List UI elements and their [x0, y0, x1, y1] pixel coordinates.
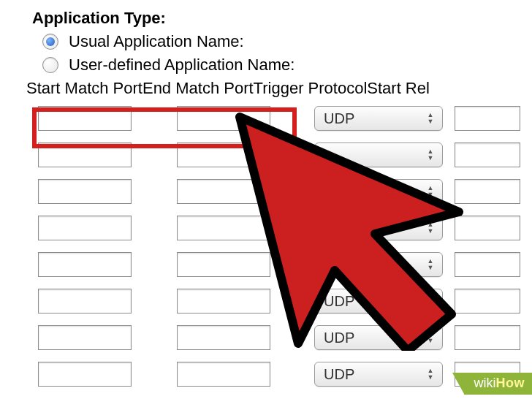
select-value: UDP — [324, 293, 425, 310]
start-match-port-input[interactable] — [38, 289, 132, 314]
trigger-protocol-select[interactable]: ▲▼ — [314, 179, 443, 204]
select-stepper-icon: ▲▼ — [425, 186, 436, 197]
radio-usual[interactable] — [42, 34, 58, 50]
end-match-port-input[interactable] — [177, 179, 270, 204]
end-match-port-input[interactable] — [177, 252, 270, 277]
col-start-match: Start Match Port — [26, 79, 142, 98]
option-userdef-label: User-defined Application Name: — [69, 56, 294, 75]
table-row: UDP ▲▼ — [32, 102, 532, 134]
col-end-match: End Match Port — [142, 79, 254, 98]
start-match-port-input[interactable] — [38, 179, 132, 204]
table-row: UDP ▲▼ — [32, 285, 532, 317]
col-start-rel: Start Rel — [367, 79, 430, 98]
trigger-protocol-select[interactable]: UDP ▲▼ — [314, 362, 443, 387]
watermark-wiki: wiki — [474, 376, 496, 391]
trigger-protocol-select[interactable]: ▲▼ — [314, 142, 443, 167]
start-rel-input[interactable] — [455, 325, 520, 350]
option-usual-label: Usual Application Name: — [69, 32, 244, 51]
trigger-protocol-select[interactable]: UDP ▲▼ — [314, 325, 443, 350]
table-row: ▲▼ — [32, 175, 532, 208]
watermark-wikihow: wikiHow — [464, 373, 533, 395]
select-value: UDP — [324, 110, 425, 127]
table-row: ▲▼ — [32, 139, 532, 171]
select-stepper-icon: ▲▼ — [425, 113, 436, 124]
table-row: U ▲▼ — [32, 248, 532, 281]
port-trigger-table: UDP ▲▼ ▲▼ ▲▼ — [32, 102, 532, 390]
select-stepper-icon: ▲▼ — [425, 259, 436, 270]
start-rel-input[interactable] — [455, 179, 520, 204]
option-userdef-row: User-defined Application Name: — [42, 56, 532, 75]
end-match-port-input[interactable] — [177, 325, 270, 350]
end-match-port-input[interactable] — [177, 142, 270, 167]
select-stepper-icon: ▲▼ — [425, 222, 436, 234]
heading-application-type: Application Type: — [32, 9, 532, 28]
trigger-protocol-select[interactable]: ▲▼ — [314, 216, 443, 240]
start-rel-input[interactable] — [455, 216, 520, 240]
start-rel-input[interactable] — [455, 142, 520, 167]
option-usual-row: Usual Application Name: — [42, 32, 532, 51]
end-match-port-input[interactable] — [177, 216, 270, 240]
column-headers: Start Match PortEnd Match PortTrigger Pr… — [26, 79, 532, 98]
radio-userdef[interactable] — [42, 57, 58, 73]
trigger-protocol-select[interactable]: U ▲▼ — [314, 252, 443, 277]
select-value: UDP — [324, 330, 425, 346]
select-value: UDP — [324, 366, 425, 383]
table-row: ▲▼ — [32, 212, 532, 244]
start-match-port-input[interactable] — [38, 325, 132, 350]
select-stepper-icon: ▲▼ — [425, 295, 436, 307]
end-match-port-input[interactable] — [177, 362, 270, 387]
end-match-port-input[interactable] — [177, 289, 270, 314]
table-row: UDP ▲▼ — [32, 322, 532, 354]
start-rel-input[interactable] — [455, 252, 520, 277]
trigger-protocol-select[interactable]: UDP ▲▼ — [314, 106, 443, 131]
start-rel-input[interactable] — [455, 106, 520, 131]
start-match-port-input[interactable] — [38, 216, 132, 240]
col-trigger-protocol: Trigger Protocol — [254, 79, 368, 98]
select-stepper-icon: ▲▼ — [425, 149, 436, 161]
start-match-port-input[interactable] — [38, 362, 132, 387]
watermark-how: How — [496, 376, 525, 391]
select-value: U — [324, 256, 425, 273]
start-match-port-input[interactable] — [38, 252, 132, 277]
start-match-port-input[interactable] — [38, 142, 132, 167]
end-match-port-input[interactable] — [177, 106, 270, 131]
select-stepper-icon: ▲▼ — [425, 368, 436, 380]
select-stepper-icon: ▲▼ — [425, 332, 436, 343]
start-match-port-input[interactable] — [38, 106, 132, 131]
trigger-protocol-select[interactable]: UDP ▲▼ — [314, 289, 443, 314]
start-rel-input[interactable] — [455, 289, 520, 314]
